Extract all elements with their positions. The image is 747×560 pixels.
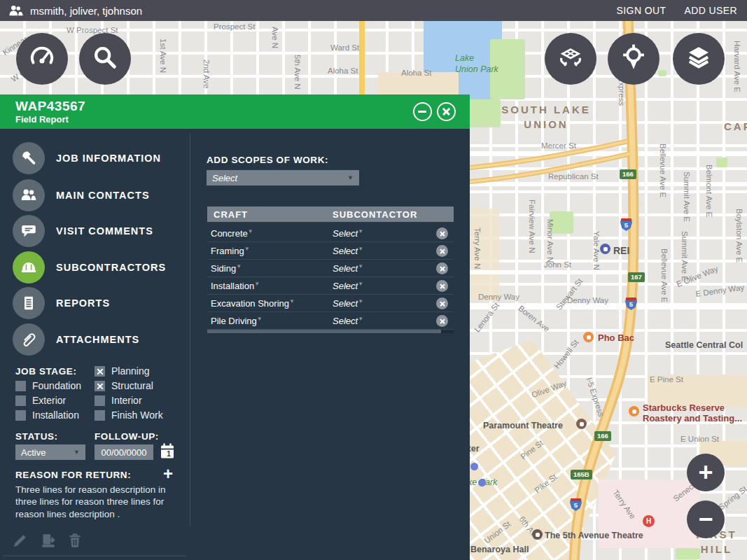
layers-icon [684,43,713,75]
subcontractor-dropdown[interactable]: Select ▼ [333,316,358,326]
street-label: Denny Way [567,297,608,305]
craft-dropdown[interactable]: Framing ▼ [211,246,244,256]
theatre-poi-icon [576,419,587,429]
sidebar-item-subcontractors[interactable]: SUBCONTRACTORS [13,251,188,284]
chevron-down-icon: ▼ [248,228,253,234]
search-button[interactable] [79,33,131,85]
subcontractor-dropdown[interactable]: Select ▼ [333,263,358,274]
sidebar-item-label: MAIN CONTACTS [56,190,150,201]
locate-icon [619,43,648,75]
sidebar-item-job-information[interactable]: JOB INFORMATION [13,142,188,174]
street-label: Summit Ave E [683,172,691,222]
field-report-panel: WAP43567 Field Report JOB INFORMATIONMAI… [0,94,470,560]
job-stage-label: JOB STAGE: [15,366,77,377]
sidebar-item-label: ATTACHMENTS [56,334,139,345]
report-id: WAP43567 [15,99,85,114]
rotate-map-button[interactable] [545,33,596,85]
chevron-down-icon: ▼ [289,298,295,304]
close-button[interactable] [437,102,456,121]
trash-icon[interactable] [66,531,84,550]
checkbox-planning[interactable] [95,366,105,377]
checkbox-installation[interactable] [15,410,26,421]
sidebar-item-visit-comments[interactable]: VISIT COMMENTS [13,215,188,247]
search-icon [91,43,119,74]
locate-button[interactable] [608,33,659,85]
poi-marker [470,463,478,470]
chevron-down-icon: ▼ [358,281,363,287]
scopes-dropdown-value: Select [212,173,237,183]
scopes-dropdown[interactable]: Select ▼ [207,170,359,186]
edit-icon[interactable] [11,531,29,550]
sidebar-item-label: VISIT COMMENTS [56,225,153,237]
sidebar-item-reports[interactable]: REPORTS [13,287,188,319]
sidebar-item-label: REPORTS [56,298,110,309]
subcontractor-dropdown[interactable]: Select ▼ [333,246,358,256]
street-label: Boylston Ave E [735,209,743,262]
zoom-out-button[interactable]: − [687,500,725,538]
export-icon[interactable] [39,531,57,550]
gauge-button[interactable] [16,33,68,85]
report-type: Field Report [15,114,69,125]
checkbox-interior[interactable] [95,396,105,406]
subcontractor-dropdown[interactable]: Select ▼ [333,298,358,309]
table-row: Pile Driving ▼Select ▼ [207,312,454,330]
park-area [716,158,727,167]
remove-row-button[interactable] [436,298,448,309]
street-label: E Denny Way [695,284,745,298]
route-shield: 167 [628,272,645,282]
subcontractor-dropdown[interactable]: Select ▼ [333,228,358,239]
sidebar-item-main-contacts[interactable]: MAIN CONTACTS [13,179,188,211]
chevron-down-icon: ▼ [358,316,363,322]
chevron-down-icon: ▼ [358,246,363,252]
remove-row-button[interactable] [436,315,448,327]
add-user-link[interactable]: ADD USER [684,5,737,16]
layers-button[interactable] [673,33,725,85]
checkbox-exterior[interactable] [15,396,26,406]
minimize-button[interactable] [413,102,432,121]
street-label: E Union St [680,435,719,444]
john-street [470,270,628,274]
zoom-in-button[interactable]: + [687,454,725,491]
add-reason-button[interactable]: + [163,465,173,482]
remove-row-button[interactable] [436,262,448,274]
table-scrollbar[interactable] [207,330,454,333]
craft-dropdown[interactable]: Excavation Shoring ▼ [211,298,289,309]
logged-in-users: msmith, joliver, tjohnson [30,5,142,17]
svg-text:1: 1 [167,450,171,458]
status-dropdown[interactable]: Active ▼ [15,444,85,460]
craft-dropdown[interactable]: Installation ▼ [211,281,254,291]
route-shield: 165B [571,470,592,479]
checkbox-structural[interactable] [95,381,105,391]
checkbox-finish-work[interactable] [95,410,105,421]
chevron-down-icon: ▼ [358,263,363,270]
craft-dropdown[interactable]: Siding ▼ [211,263,236,274]
top-bar: msmith, joliver, tjohnson SIGN OUT ADD U… [0,0,747,21]
craft-dropdown[interactable]: Concrete ▼ [211,228,248,239]
street-label: Harvard Ave E [733,41,741,92]
street-label: Yale Ave N [592,231,601,270]
checkbox-label: Planning [111,365,150,377]
checkbox-foundation[interactable] [15,381,26,391]
street-label: Fairview Ave N [528,200,536,253]
paperclip-icon [13,323,45,356]
status-value: Active [21,447,46,458]
remove-row-button[interactable] [436,280,448,292]
remove-row-button[interactable] [436,227,448,239]
sidebar-item-attachments[interactable]: ATTACHMENTS [13,323,188,356]
table-scrollbar-thumb[interactable] [207,330,441,333]
poi-label: Benaroya Hall [470,545,529,554]
remove-row-button[interactable] [436,245,448,257]
hammer-icon [13,142,45,174]
street-label: Minor Ave N [546,219,554,262]
add-scopes-label: ADD SCOPES OF WORK: [207,155,328,165]
checkbox-label: Interior [111,395,142,406]
craft-dropdown[interactable]: Pile Driving ▼ [211,316,257,326]
poi-label: Pho Bac [598,333,634,344]
calendar-icon[interactable]: 1 [159,442,176,461]
sign-out-link[interactable]: SIGN OUT [617,5,666,16]
follow-up-value: 00/00/0000 [101,447,146,458]
subcontractor-dropdown[interactable]: Select ▼ [333,281,358,291]
checkbox-label: Installation [32,410,79,421]
users-icon [8,4,24,17]
follow-up-date-field[interactable]: 00/00/0000 [95,444,153,460]
